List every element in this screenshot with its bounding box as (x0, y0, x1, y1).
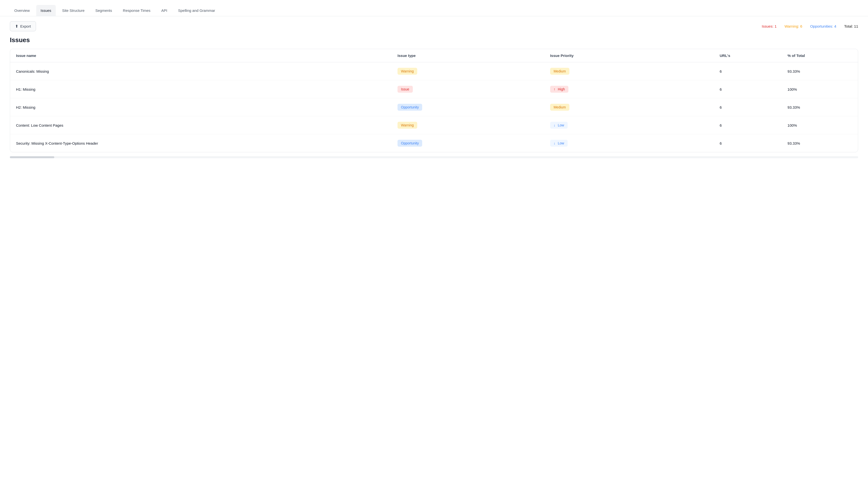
table-row[interactable]: Canonicals: Missing Warning Medium 6 93.… (10, 62, 858, 80)
horizontal-scrollbar[interactable] (10, 156, 858, 158)
warnings-count: Warning: 6 (784, 24, 802, 28)
tab-issues[interactable]: Issues (36, 5, 56, 16)
type-badge: Opportunity (398, 104, 422, 111)
issue-type: Issue (392, 80, 544, 98)
tab-segments[interactable]: Segments (91, 5, 117, 16)
export-label: Export (20, 24, 31, 28)
issue-percent: 100% (782, 116, 858, 134)
issues-count: Issues: 1 (762, 24, 776, 28)
issue-type: Warning (392, 116, 544, 134)
priority-badge: ↑High (550, 86, 568, 93)
type-badge: Issue (398, 86, 412, 93)
issue-percent: 93.33% (782, 98, 858, 116)
issue-name: Content: Low Content Pages (10, 116, 392, 134)
tab-api[interactable]: API (157, 5, 172, 16)
stats-row: Issues: 1 Warning: 6 Opportunities: 4 To… (762, 24, 858, 28)
issue-priority: ↑High (544, 80, 714, 98)
priority-badge: Medium (550, 68, 569, 75)
issue-urls: 6 (714, 134, 782, 152)
header-percent: % of Total (782, 49, 858, 62)
issue-urls: 6 (714, 98, 782, 116)
issue-name: Canonicals: Missing (10, 62, 392, 80)
export-icon: ⬆ (15, 24, 18, 29)
issues-table-container: Issue name Issue type Issue Priority URL… (10, 49, 858, 152)
priority-arrow-icon: ↓ (554, 123, 555, 127)
table-header-row: Issue name Issue type Issue Priority URL… (10, 49, 858, 62)
tab-overview[interactable]: Overview (10, 5, 34, 16)
priority-badge: Medium (550, 104, 569, 111)
header-urls: URL's (714, 49, 782, 62)
issue-priority: Medium (544, 98, 714, 116)
issue-type: Warning (392, 62, 544, 80)
type-badge: Warning (398, 68, 417, 75)
issue-percent: 93.33% (782, 62, 858, 80)
tab-site-structure[interactable]: Site Structure (58, 5, 89, 16)
section-title: Issues (0, 36, 868, 49)
tab-response-times[interactable]: Response Times (118, 5, 155, 16)
priority-arrow-icon: ↓ (554, 141, 555, 145)
header-type: Issue type (392, 49, 544, 62)
issue-type: Opportunity (392, 98, 544, 116)
toolbar: ⬆ Export Issues: 1 Warning: 6 Opportunit… (0, 16, 868, 36)
total-count: Total: 11 (844, 24, 858, 28)
header-priority: Issue Priority (544, 49, 714, 62)
table-row[interactable]: H1: Missing Issue ↑High 6 100% (10, 80, 858, 98)
opportunities-count: Opportunities: 4 (810, 24, 836, 28)
issue-type: Opportunity (392, 134, 544, 152)
priority-badge: ↓Low (550, 122, 568, 129)
issue-percent: 100% (782, 80, 858, 98)
issue-urls: 6 (714, 62, 782, 80)
issue-urls: 6 (714, 80, 782, 98)
issue-urls: 6 (714, 116, 782, 134)
issue-percent: 93.33% (782, 134, 858, 152)
table-row[interactable]: Security: Missing X-Content-Type-Options… (10, 134, 858, 152)
issues-table: Issue name Issue type Issue Priority URL… (10, 49, 858, 152)
issue-priority: ↓Low (544, 116, 714, 134)
header-name: Issue name (10, 49, 392, 62)
priority-badge: ↓Low (550, 140, 568, 147)
export-button[interactable]: ⬆ Export (10, 21, 36, 31)
table-row[interactable]: Content: Low Content Pages Warning ↓Low … (10, 116, 858, 134)
type-badge: Opportunity (398, 140, 422, 147)
issue-priority: Medium (544, 62, 714, 80)
tab-spelling-grammar[interactable]: Spelling and Grammar (174, 5, 219, 16)
table-row[interactable]: H2: Missing Opportunity Medium 6 93.33% (10, 98, 858, 116)
navigation-tabs: Overview Issues Site Structure Segments … (0, 0, 868, 16)
type-badge: Warning (398, 122, 417, 129)
issue-name: Security: Missing X-Content-Type-Options… (10, 134, 392, 152)
priority-arrow-icon: ↑ (554, 87, 555, 91)
issue-name: H2: Missing (10, 98, 392, 116)
issue-name: H1: Missing (10, 80, 392, 98)
scrollbar-thumb[interactable] (10, 156, 54, 158)
issue-priority: ↓Low (544, 134, 714, 152)
